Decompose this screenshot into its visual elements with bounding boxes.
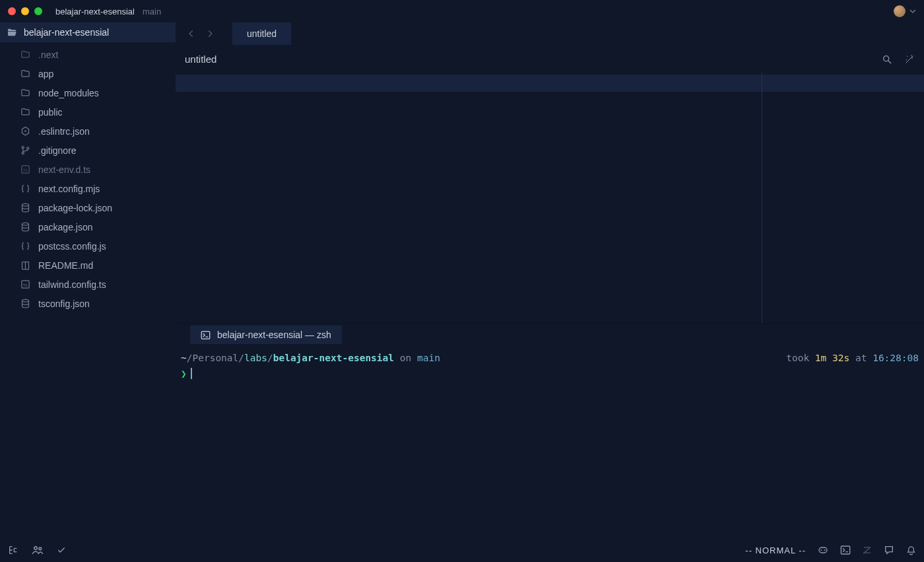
tree-item[interactable]: package-lock.json <box>0 198 176 217</box>
ts-icon: TS <box>20 164 30 174</box>
tab-label: untitled <box>247 28 277 39</box>
svg-point-18 <box>824 549 826 551</box>
tree-item[interactable]: public <box>0 102 176 122</box>
folder-icon <box>20 69 30 79</box>
terminal-toggle-icon[interactable] <box>840 545 851 555</box>
bell-icon[interactable] <box>906 545 916 555</box>
svg-text:TS: TS <box>22 283 27 287</box>
folder-icon <box>20 107 30 117</box>
term-on: on <box>394 353 417 363</box>
terminal-prompt-char-line: ❯ <box>181 366 919 382</box>
terminal-prompt-line: ~/Personal/labs/belajar-next-esensial on… <box>181 350 919 366</box>
diagnostics-check-icon[interactable] <box>57 545 66 555</box>
copilot-icon[interactable] <box>818 545 828 555</box>
code-line-1 <box>213 75 924 92</box>
tree-item[interactable]: node_modules <box>0 83 176 102</box>
tree-item[interactable]: TSnext-env.d.ts <box>0 160 176 179</box>
tree-item[interactable]: tsconfig.json <box>0 294 176 313</box>
term-personal: Personal <box>192 353 238 363</box>
minimize-window-button[interactable] <box>21 7 29 15</box>
svg-text:TS: TS <box>22 168 27 172</box>
tree-item[interactable]: next.config.mjs <box>0 179 176 198</box>
svg-rect-16 <box>819 547 827 553</box>
breadcrumb-path: untitled <box>185 53 216 65</box>
svg-line-12 <box>888 61 891 63</box>
tree-item[interactable]: app <box>0 64 176 83</box>
tree-item[interactable]: postcss.config.js <box>0 236 176 256</box>
code-area[interactable] <box>213 73 924 323</box>
term-project: belajar-next-esensial <box>273 353 394 363</box>
sidebar-project-label: belajar-next-esensial <box>24 27 109 38</box>
book-icon <box>20 260 30 270</box>
tree-item-label: .eslintrc.json <box>38 126 90 137</box>
svg-rect-19 <box>841 546 849 554</box>
titlebar: belajar-next-esensial main <box>0 0 924 22</box>
svg-point-1 <box>22 147 24 149</box>
term-took: took <box>786 353 815 363</box>
breadcrumb-row: untitled <box>176 45 924 73</box>
tree-item-label: node_modules <box>38 88 99 98</box>
tree-item-label: public <box>38 107 63 118</box>
sidebar-project-header[interactable]: belajar-next-esensial <box>0 22 176 42</box>
nav-forward-button[interactable] <box>201 24 219 43</box>
tree-item-label: postcss.config.js <box>38 241 106 252</box>
titlebar-project: belajar-next-esensial <box>55 7 135 17</box>
svg-point-14 <box>34 547 38 550</box>
collaborators-icon[interactable] <box>32 544 44 556</box>
tree-item[interactable]: .gitignore <box>0 141 176 160</box>
db-icon <box>20 203 30 213</box>
gitbranch-icon <box>20 145 30 155</box>
tree-item[interactable]: README.md <box>0 256 176 275</box>
hex-icon <box>20 126 30 136</box>
tree-item[interactable]: TStailwind.config.ts <box>0 275 176 294</box>
svg-point-3 <box>26 147 28 149</box>
editor[interactable]: 1 <box>176 73 924 323</box>
maximize-window-button[interactable] <box>34 7 42 15</box>
user-avatar[interactable] <box>894 5 906 17</box>
close-window-button[interactable] <box>8 7 16 15</box>
folder-icon <box>20 50 30 59</box>
terminal-icon <box>201 330 211 340</box>
svg-point-7 <box>22 223 28 225</box>
sidebar: belajar-next-esensial .nextappnode_modul… <box>0 22 176 538</box>
project-panel-icon[interactable] <box>8 545 18 555</box>
svg-point-10 <box>22 299 28 302</box>
tree-item-label: .gitignore <box>38 145 77 156</box>
nav-back-button[interactable] <box>182 24 201 43</box>
tree-item-label: package.json <box>38 222 93 232</box>
search-icon[interactable] <box>882 54 892 65</box>
terminal-tab[interactable]: belajar-next-esensial — zsh <box>190 326 342 344</box>
tree-item[interactable]: package.json <box>0 217 176 236</box>
braces-icon <box>20 184 30 193</box>
vim-mode: -- NORMAL -- <box>745 545 806 555</box>
tree-item[interactable]: .eslintrc.json <box>0 122 176 141</box>
svg-point-11 <box>884 55 889 61</box>
tree-item-label: tsconfig.json <box>38 299 90 309</box>
wand-icon[interactable] <box>904 54 915 65</box>
svg-point-2 <box>22 152 24 154</box>
file-tree: .nextappnode_modulespublic.eslintrc.json… <box>0 42 176 316</box>
terminal-tab-row: belajar-next-esensial — zsh <box>176 324 924 346</box>
svg-point-6 <box>22 203 28 206</box>
editor-ruler <box>762 73 762 323</box>
tree-item-label: next.config.mjs <box>38 184 100 194</box>
user-menu-chevron-icon[interactable] <box>909 8 916 15</box>
main-pane: untitled untitled 1 <box>176 22 924 538</box>
tree-item-label: app <box>38 69 53 79</box>
term-time: 16:28:08 <box>873 353 919 363</box>
feedback-icon[interactable] <box>884 545 894 555</box>
zed-icon[interactable] <box>863 545 872 555</box>
terminal-body[interactable]: ~/Personal/labs/belajar-next-esensial on… <box>176 346 924 538</box>
terminal-panel: belajar-next-esensial — zsh ~/Personal/l… <box>176 323 924 538</box>
gutter: 1 <box>176 73 213 323</box>
tree-item-label: README.md <box>38 260 93 271</box>
db-icon <box>20 299 30 308</box>
tree-item[interactable]: .next <box>0 45 176 64</box>
tab-untitled[interactable]: untitled <box>232 22 291 45</box>
term-labs: labs <box>244 353 267 363</box>
tree-item-label: tailwind.config.ts <box>38 279 106 290</box>
term-branch: main <box>417 353 440 363</box>
svg-point-17 <box>820 549 822 551</box>
window-controls <box>8 7 42 15</box>
term-prompt-char: ❯ <box>181 369 187 379</box>
